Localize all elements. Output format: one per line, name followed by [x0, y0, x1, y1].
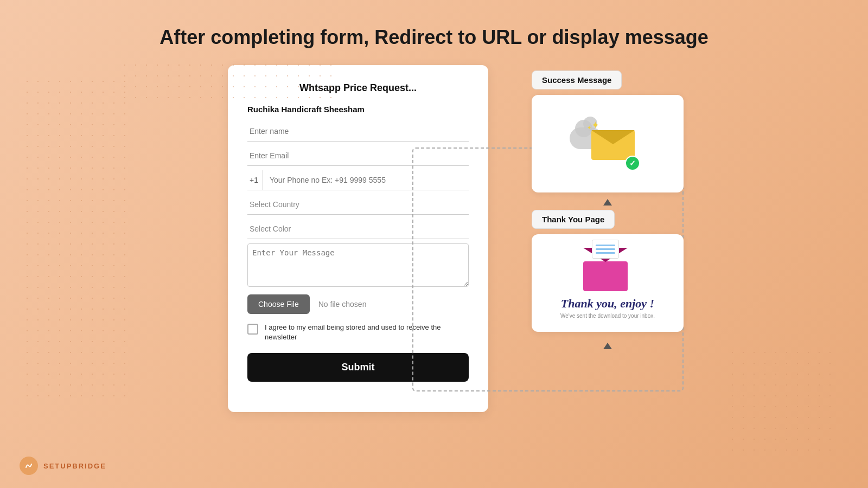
check-icon: ✓ [625, 156, 640, 171]
message-textarea[interactable] [247, 243, 469, 287]
sparkle-icon: ✦ [591, 119, 599, 131]
logo-text: SETUPBRIDGE [43, 462, 106, 470]
arrow-between [532, 197, 684, 208]
ty-letter [592, 240, 619, 259]
logo: SETUPBRIDGE [20, 457, 106, 475]
sparkle-small-icon: ✦ [587, 125, 591, 131]
page-title: After completing form, Redirect to URL o… [0, 0, 868, 60]
right-panel: Success Message ✦ ✦ ✓ [532, 70, 684, 351]
phone-prefix: +1 [247, 170, 263, 190]
dots-decoration-right-bottom [727, 347, 835, 455]
country-select[interactable]: Select Country [247, 195, 469, 215]
thankyou-illustration [583, 248, 632, 291]
thankyou-preview-card: Thank you, enjoy ! We've sent the downlo… [532, 234, 684, 332]
logo-svg [23, 460, 35, 472]
agree-checkbox[interactable] [247, 324, 258, 335]
arrow-up-bottom-icon [603, 343, 612, 349]
ty-line1 [596, 245, 615, 246]
phone-row: +1 [247, 170, 469, 190]
arrow-up-icon [603, 199, 612, 206]
arrow-bottom [532, 341, 684, 351]
form-subtitle: Ruchika Handicraft Sheesham [247, 105, 469, 114]
choose-file-button[interactable]: Choose File [247, 294, 310, 314]
ty-line3 [596, 252, 615, 254]
checkbox-label: I agree to my email being stored and use… [265, 323, 469, 342]
form-card: Whtsapp Price Request... Ruchika Handicr… [228, 65, 488, 412]
checkbox-row: I agree to my email being stored and use… [247, 323, 469, 342]
thankyou-label: Thank You Page [532, 210, 615, 229]
file-status: No file chosen [318, 300, 367, 309]
submit-button[interactable]: Submit [247, 353, 469, 382]
thankyou-sub: We've sent the download to your inbox. [560, 313, 655, 319]
name-input[interactable] [247, 121, 469, 142]
thankyou-section: Thank You Page Thank you, enjoy ! [532, 210, 684, 332]
dots-decoration-left [22, 76, 130, 401]
file-row: Choose File No file chosen [247, 294, 469, 314]
success-illustration: ✦ ✦ ✓ [570, 117, 646, 171]
success-label: Success Message [532, 70, 622, 89]
success-section: Success Message ✦ ✦ ✓ [532, 70, 684, 192]
ty-env-body [583, 261, 628, 291]
email-input[interactable] [247, 146, 469, 166]
color-select[interactable]: Select Color [247, 219, 469, 239]
logo-icon [20, 457, 38, 475]
phone-input[interactable] [267, 170, 469, 190]
ty-line2 [596, 248, 615, 250]
env-flap [591, 130, 635, 144]
success-preview-card: ✦ ✦ ✓ [532, 95, 684, 192]
dots-decoration-top-center [119, 60, 336, 103]
thankyou-text: Thank you, enjoy ! [561, 297, 654, 311]
